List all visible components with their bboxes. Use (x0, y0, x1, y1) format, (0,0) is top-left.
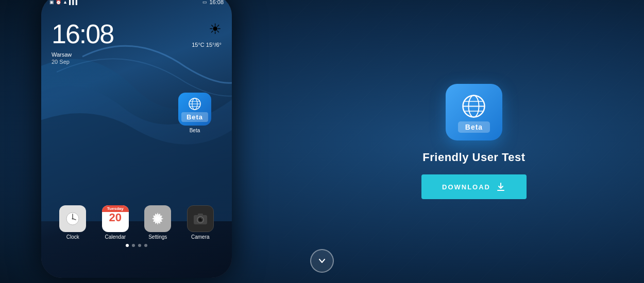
calendar-day: 20 (109, 212, 122, 223)
calendar-app-label: Calendar (105, 234, 126, 240)
settings-app-icon[interactable] (144, 205, 171, 232)
home-content: 16:08 Warsaw 20 Sep ☀ 15°C 15°/6° (41, 10, 232, 278)
beta-app-icon-home[interactable]: Beta (178, 93, 211, 126)
clock-app-label: Clock (66, 234, 79, 240)
clock-info: Warsaw 20 Sep (52, 47, 113, 65)
bottom-dock: Clock Tuesday 20 Calendar (41, 205, 232, 252)
svg-point-14 (199, 219, 201, 221)
status-icons-right: ▭ 16:08 (202, 0, 224, 5)
dock-app-clock[interactable]: Clock (59, 205, 86, 240)
calendar-app-icon[interactable]: Tuesday 20 (102, 205, 129, 232)
globe-icon-xl (460, 92, 488, 120)
camera-app-icon[interactable] (187, 205, 214, 232)
dock-app-calendar[interactable]: Tuesday 20 Calendar (102, 205, 129, 240)
clock-widget: 16:08 Warsaw 20 Sep ☀ 15°C 15°/6° (41, 10, 232, 65)
scroll-down-button[interactable] (310, 249, 334, 273)
dock-app-settings[interactable]: Settings (144, 205, 171, 240)
clock-time: 16:08 (52, 21, 113, 47)
camera-icon-svg (192, 210, 209, 227)
clock-app-icon[interactable] (59, 205, 86, 232)
beta-badge-xl: Beta (458, 121, 490, 133)
page-dot-2 (132, 244, 135, 247)
download-icon (496, 182, 506, 192)
phone-screen: ▣ ⏰ ▲ ▌▌▌ ▭ 16:08 16:08 Warsaw (41, 0, 232, 278)
beta-icon-xl-content: Beta (458, 92, 490, 133)
wifi-status-icon: ▲ (63, 0, 67, 5)
right-panel: Beta Friendly User Test DOWNLOAD (304, 0, 644, 283)
settings-icon-svg (149, 210, 166, 227)
message-status-icon: ▣ (49, 0, 54, 5)
weather-icon: ☀ (192, 21, 222, 38)
beta-icon-xl: Beta (446, 84, 502, 140)
page-dots (52, 244, 222, 247)
app-title: Friendly User Test (422, 151, 525, 164)
page-dot-3 (138, 244, 141, 247)
svg-rect-11 (198, 214, 203, 216)
svg-point-15 (201, 218, 202, 219)
page-dot-1 (126, 244, 129, 247)
download-button[interactable]: DOWNLOAD (421, 174, 527, 199)
clock-icon-svg (65, 211, 80, 226)
signal-status-icon: ▌▌▌ (69, 0, 79, 5)
status-time: 16:08 (209, 0, 224, 5)
download-button-label: DOWNLOAD (442, 183, 490, 191)
clock-location: Warsaw (52, 51, 113, 58)
globe-icon-home (188, 97, 202, 111)
beta-badge-home: Beta (181, 112, 208, 122)
beta-app-label-home: Beta (190, 128, 200, 133)
clock-display: 16:08 Warsaw 20 Sep (52, 21, 113, 65)
page-dot-4 (144, 244, 147, 247)
status-bar: ▣ ⏰ ▲ ▌▌▌ ▭ 16:08 (41, 0, 232, 9)
dock-app-camera[interactable]: Camera (187, 205, 214, 240)
beta-app-home[interactable]: Beta Beta (178, 93, 211, 133)
alarm-status-icon: ⏰ (56, 0, 61, 5)
settings-app-label: Settings (148, 234, 167, 240)
dock-apps: Clock Tuesday 20 Calendar (52, 205, 222, 240)
weather-temp: 15°C 15°/6° (192, 42, 222, 48)
battery-icon: ▭ (202, 0, 207, 5)
clock-date: 20 Sep (52, 59, 113, 65)
status-icons-left: ▣ ⏰ ▲ ▌▌▌ (49, 0, 79, 5)
camera-app-label: Camera (191, 234, 210, 240)
beta-icon-content: Beta (181, 97, 208, 122)
phone: ▣ ⏰ ▲ ▌▌▌ ▭ 16:08 16:08 Warsaw (41, 0, 232, 278)
chevron-down-icon (317, 256, 327, 266)
phone-wrapper: ▣ ⏰ ▲ ▌▌▌ ▭ 16:08 16:08 Warsaw (41, 0, 258, 283)
weather-widget: ☀ 15°C 15°/6° (192, 21, 222, 49)
